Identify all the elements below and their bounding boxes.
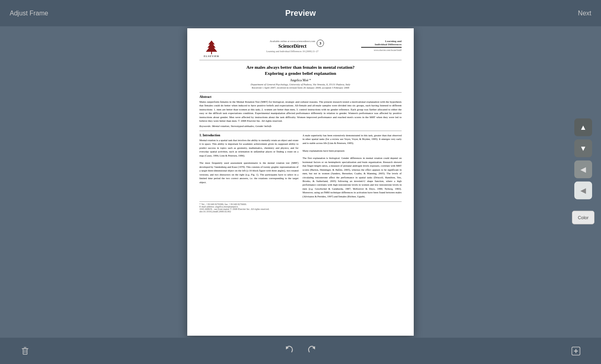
abstract-section: Abstract Males outperform females in the… — [199, 95, 402, 127]
color-button[interactable]: Color — [572, 211, 595, 224]
left-button[interactable]: ◀ — [574, 161, 592, 178]
add-icon — [570, 345, 582, 357]
col2-body: A male superiority has been extensively … — [303, 133, 402, 198]
redo-icon — [305, 344, 317, 356]
footer-toolbar — [0, 338, 601, 364]
journal-url: www.elsevier.com/locate/lindif — [361, 49, 402, 51]
col1-body: Mental rotation is a spatial task that i… — [199, 138, 298, 184]
journal-right-title: Learning andIndividual Differences — [361, 40, 402, 48]
undo-button[interactable] — [284, 344, 296, 358]
undo-icon — [284, 344, 296, 356]
paper-title: Are males always better than females in … — [199, 64, 402, 77]
abstract-title: Abstract — [199, 95, 402, 99]
left-button2[interactable]: ◀ — [574, 182, 592, 199]
footnote4: doi:10.1016/j.lindif.2008.02.002 — [199, 210, 402, 213]
trash-icon — [19, 345, 31, 357]
delete-button[interactable] — [16, 342, 34, 360]
col-right: A male superiority has been extensively … — [303, 133, 402, 198]
keywords: Keywords: Mental rotation; Stereotyped a… — [199, 125, 402, 127]
add-button[interactable] — [567, 342, 585, 360]
svg-rect-2 — [23, 349, 27, 354]
journal-name: ScienceDirect — [224, 43, 361, 49]
section1-title: 1. Introduction — [199, 133, 298, 137]
up-button[interactable]: ▲ — [574, 119, 592, 136]
col-left: 1. Introduction Mental rotation is a spa… — [199, 133, 298, 198]
adjust-frame-label: Adjust Frame — [10, 10, 48, 17]
elsevier-label: ELSEVIER — [204, 55, 219, 57]
elsevier-logo: ELSEVIER — [199, 40, 224, 57]
paper-author: Angelica Moè * — [199, 78, 402, 82]
side-toolbar: ▲ ▼ ◀ ◀ Color — [572, 119, 595, 224]
redo-button[interactable] — [305, 344, 317, 358]
abstract-text: Males outperform females in the Mental R… — [199, 100, 402, 123]
paper-affiliation: Department of General Psychology, Univer… — [199, 83, 402, 86]
footer-center-buttons — [284, 344, 317, 358]
journal-issue: Learning and Individual Differences 19 (… — [224, 50, 361, 53]
body-columns: 1. Introduction Mental rotation is a spa… — [199, 133, 402, 198]
svg-marker-1 — [206, 40, 217, 54]
available-online: Available online at www.sciencedirect.co… — [224, 40, 361, 42]
next-button[interactable]: Next — [578, 10, 591, 17]
footnotes: * Tel.: +39 049 8276589; fax: +39 049 82… — [199, 201, 402, 213]
page-number: 3 — [317, 40, 324, 47]
document-preview: 3 ELSEVIER Available online at www.scien… — [187, 28, 414, 336]
elsevier-tree-icon — [204, 40, 219, 54]
preview-title: Preview — [285, 8, 316, 18]
paper-received: Received 1 April 2007; received in revis… — [199, 86, 402, 89]
down-button[interactable]: ▼ — [574, 140, 592, 157]
